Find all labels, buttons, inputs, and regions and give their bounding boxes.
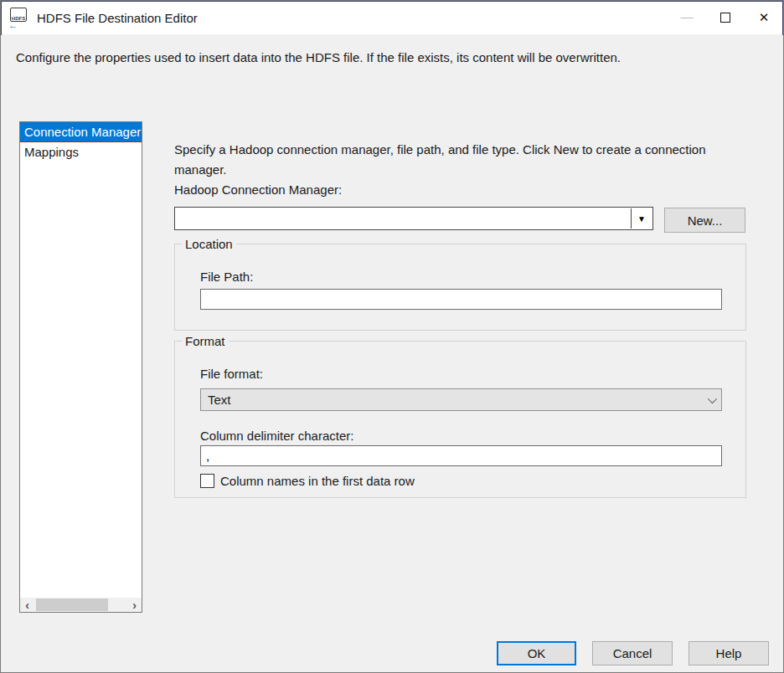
window-title: HDFS File Destination Editor — [37, 11, 198, 25]
new-button[interactable]: New... — [664, 208, 745, 233]
column-delimiter-label: Column delimiter character: — [200, 429, 353, 443]
dialog-description: Configure the properties used to insert … — [16, 50, 770, 64]
horizontal-scrollbar[interactable]: ‹ › — [20, 598, 142, 612]
cancel-button[interactable]: Cancel — [592, 641, 673, 665]
scroll-right-icon[interactable]: › — [127, 598, 142, 612]
ok-button[interactable]: OK — [497, 641, 576, 665]
close-button[interactable]: ✕ — [745, 1, 783, 34]
file-format-label: File format: — [200, 367, 263, 381]
pages-list: Connection Manager Mappings ‹ › — [19, 121, 142, 613]
list-item-mappings[interactable]: Mappings — [20, 142, 142, 162]
column-names-checkbox-row: Column names in the first data row — [200, 474, 415, 488]
window-controls: — ✕ — [668, 1, 783, 34]
hdfs-destination-editor-dialog: HDFS ← HDFS File Destination Editor — ✕ … — [0, 0, 784, 673]
scroll-left-icon[interactable]: ‹ — [20, 598, 34, 612]
format-group-title: Format — [182, 334, 229, 348]
minimize-icon: — — [681, 9, 694, 23]
scrollbar-thumb[interactable] — [36, 599, 108, 611]
minimize-button[interactable]: — — [668, 1, 706, 34]
file-format-value: Text — [208, 393, 231, 407]
help-button[interactable]: Help — [689, 641, 769, 665]
file-path-input[interactable] — [200, 289, 722, 310]
close-icon: ✕ — [759, 10, 770, 25]
list-item-connection-manager[interactable]: Connection Manager — [20, 122, 142, 142]
location-group-title: Location — [182, 237, 236, 251]
maximize-icon — [720, 13, 730, 23]
chevron-down-icon — [708, 393, 717, 403]
instruction-text: Specify a Hadoop connection manager, fil… — [174, 140, 727, 180]
hdfs-app-icon: HDFS ← — [8, 8, 30, 28]
hadoop-connection-manager-input[interactable] — [176, 208, 628, 229]
hadoop-connection-manager-label: Hadoop Connection Manager: — [174, 182, 342, 197]
location-groupbox: Location — [174, 244, 746, 331]
column-names-checkbox-label[interactable]: Column names in the first data row — [220, 474, 415, 488]
file-path-label: File Path: — [200, 270, 253, 284]
hadoop-connection-manager-combobox[interactable]: ▼ — [174, 207, 653, 230]
arrow-left-icon: ← — [8, 21, 18, 30]
titlebar[interactable]: HDFS ← HDFS File Destination Editor — ✕ — [1, 1, 783, 34]
column-names-checkbox[interactable] — [200, 474, 214, 488]
maximize-button[interactable] — [706, 1, 745, 34]
file-format-select[interactable]: Text — [200, 388, 722, 411]
column-delimiter-input[interactable] — [200, 445, 722, 466]
combobox-dropdown-button[interactable]: ▼ — [631, 208, 652, 229]
dropdown-arrow-icon: ▼ — [637, 214, 646, 223]
